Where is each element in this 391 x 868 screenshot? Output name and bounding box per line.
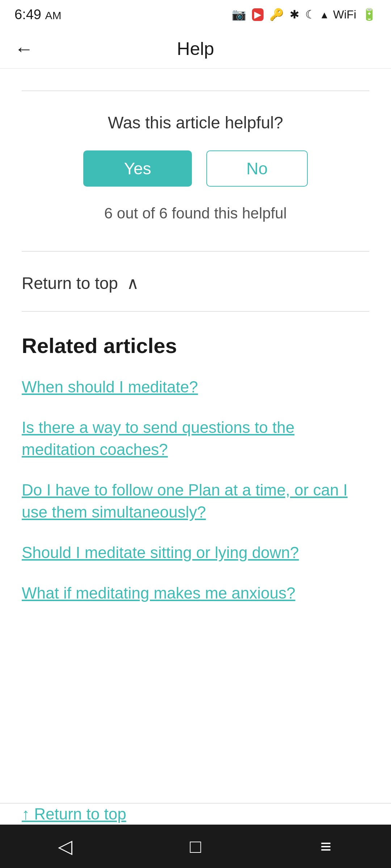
key-icon: 🔑: [269, 8, 284, 21]
record-icon: ▶: [252, 8, 264, 21]
wifi-icon: WiFi: [333, 8, 356, 21]
related-articles-title: Related articles: [22, 333, 369, 358]
status-time: 6:49 AM: [14, 7, 62, 22]
status-bar: 6:49 AM 📷 ▶ 🔑 ✱ ☾ ▴ WiFi 🔋: [0, 0, 391, 29]
return-to-top[interactable]: Return to top ∧: [22, 273, 369, 311]
helpful-question: Was this article helpful?: [108, 113, 283, 132]
signal-icon: ▴: [321, 8, 327, 21]
chevron-up-icon: ∧: [127, 275, 139, 292]
middle-divider: [22, 251, 369, 252]
helpful-buttons: Yes No: [83, 150, 308, 187]
return-to-top-label: Return to top: [22, 273, 118, 293]
article-link-3[interactable]: Do I have to follow one Plan at a time, …: [22, 479, 369, 523]
bluetooth-icon: ✱: [290, 8, 299, 21]
nav-menu-button[interactable]: ≡: [304, 832, 348, 861]
main-content: Was this article helpful? Yes No 6 out o…: [0, 69, 391, 604]
moon-icon: ☾: [305, 8, 316, 21]
helpful-section: Was this article helpful? Yes No 6 out o…: [22, 91, 369, 251]
nav-home-button[interactable]: □: [174, 832, 217, 861]
app-bar: ← Help: [0, 29, 391, 69]
nav-back-button[interactable]: ◁: [43, 832, 87, 861]
yes-button[interactable]: Yes: [83, 150, 192, 187]
article-link-4[interactable]: Should I meditate sitting or lying down?: [22, 541, 369, 564]
article-link-1[interactable]: When should I meditate?: [22, 376, 369, 398]
below-return-divider: [22, 311, 369, 312]
article-link-2[interactable]: Is there a way to send questions to the …: [22, 416, 369, 461]
video-icon: 📷: [232, 8, 246, 21]
article-link-5[interactable]: What if meditating makes me anxious?: [22, 582, 369, 604]
partial-bottom-text: ↑ Return to top: [22, 805, 126, 823]
partial-bottom-bar: ↑ Return to top: [0, 803, 391, 825]
battery-icon: 🔋: [362, 8, 377, 21]
bottom-nav: ◁ □ ≡: [0, 825, 391, 868]
no-button[interactable]: No: [206, 150, 308, 187]
helpful-count: 6 out of 6 found this helpful: [104, 205, 287, 222]
status-icons: 📷 ▶ 🔑 ✱ ☾ ▴ WiFi 🔋: [232, 8, 377, 21]
back-button[interactable]: ←: [14, 39, 33, 58]
related-articles: Related articles When should I meditate?…: [22, 333, 369, 604]
page-title: Help: [177, 38, 214, 59]
